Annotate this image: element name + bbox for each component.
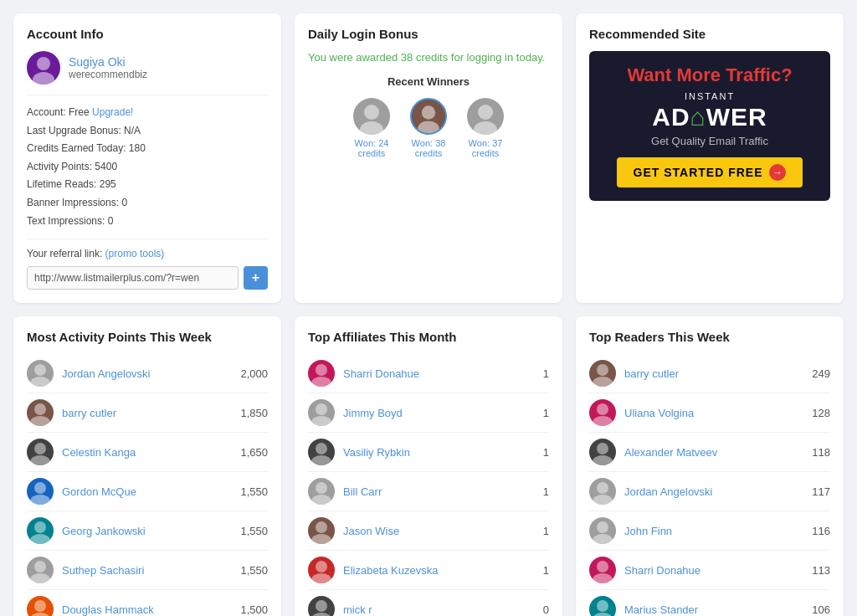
list-value: 106 — [800, 603, 830, 616]
winner-2: Won: 38credits — [410, 98, 447, 158]
list-value: 249 — [800, 367, 830, 380]
activity-points-list: Jordan Angelovski 2,000 barry cutler 1,8… — [27, 354, 268, 616]
referral-copy-button[interactable]: + — [244, 266, 268, 290]
svg-point-27 — [311, 416, 331, 426]
list-name[interactable]: Vasiliy Rybkin — [343, 446, 511, 459]
list-name[interactable]: Uliana Volgina — [624, 407, 792, 419]
svg-point-35 — [311, 573, 331, 583]
winners-row: Won: 24credits Won: 38credits Won: 37cre… — [308, 98, 549, 158]
list-item: Sharri Donahue 1 — [308, 354, 549, 393]
list-name[interactable]: barry cutler — [624, 367, 792, 380]
svg-point-31 — [311, 495, 331, 505]
account-name[interactable]: Sugiya Oki — [69, 55, 147, 69]
list-name[interactable]: Bill Carr — [343, 485, 511, 498]
list-avatar — [27, 517, 54, 544]
list-item: Jimmy Boyd 1 — [308, 393, 549, 433]
list-name[interactable]: Sharri Donahue — [343, 367, 511, 380]
list-name[interactable]: Jordan Angelovski — [624, 485, 792, 498]
list-avatar — [308, 557, 335, 583]
svg-point-11 — [30, 416, 50, 426]
svg-point-36 — [316, 600, 327, 612]
svg-point-24 — [316, 364, 327, 376]
list-name[interactable]: Douglas Hammack — [62, 603, 229, 616]
list-name[interactable]: Jordan Angelovski — [62, 367, 229, 380]
list-avatar — [308, 399, 335, 426]
activity-points-card: Most Activity Points This Week Jordan An… — [13, 316, 281, 616]
svg-point-19 — [30, 573, 50, 583]
top-affiliates-title: Top Affiliates This Month — [308, 330, 549, 344]
list-avatar — [589, 478, 616, 505]
list-name[interactable]: Jimmy Boyd — [343, 407, 511, 419]
list-avatar — [308, 439, 335, 465]
svg-point-49 — [593, 534, 613, 544]
ad-cta-button[interactable]: GET STARTED FREE → — [617, 157, 803, 187]
svg-point-40 — [597, 364, 608, 376]
list-item: Jason Wise 1 — [308, 511, 549, 551]
list-name[interactable]: Sharri Donahue — [624, 564, 792, 577]
svg-point-46 — [597, 482, 608, 494]
recommended-site-card: Recommended Site Want More Traffic? INST… — [576, 13, 844, 303]
svg-point-17 — [30, 534, 50, 544]
svg-point-32 — [316, 521, 327, 533]
list-item: Uliana Volgina 128 — [589, 393, 830, 433]
list-value: 116 — [800, 525, 830, 537]
list-value: 1,550 — [238, 525, 268, 537]
winner-1: Won: 24credits — [353, 98, 390, 158]
list-item: Gordon McQue 1,550 — [27, 472, 268, 511]
list-avatar — [308, 478, 335, 505]
account-avatar — [27, 51, 60, 85]
svg-point-10 — [34, 403, 46, 415]
list-name[interactable]: Georg Jankowski — [62, 525, 229, 537]
list-name[interactable]: mick r — [343, 603, 511, 616]
list-item: Georg Jankowski 1,550 — [27, 511, 268, 551]
top-readers-list: barry cutler 249 Uliana Volgina 128 Alex… — [589, 354, 830, 616]
top-affiliates-list: Sharri Donahue 1 Jimmy Boyd 1 Vasiliy Ry… — [308, 354, 549, 616]
ad-adpower: AD⌂WER — [599, 103, 820, 131]
referral-url-input[interactable] — [27, 266, 239, 290]
ad-arrow-icon: → — [769, 164, 786, 181]
list-item: barry cutler 1,850 — [27, 393, 268, 433]
list-value: 1 — [519, 564, 549, 577]
svg-point-2 — [364, 105, 379, 120]
bonus-message: You were awarded 38 credits for logging … — [308, 51, 549, 64]
list-name[interactable]: Suthep Sachasiri — [62, 564, 229, 577]
referral-line: Your referral link: (promo tools) — [27, 248, 268, 259]
list-avatar — [589, 399, 616, 426]
list-item: Jordan Angelovski 117 — [589, 472, 830, 511]
account-header: Sugiya Oki werecommendbiz — [27, 51, 268, 85]
ad-banner[interactable]: Want More Traffic? INSTANT AD⌂WER Get Qu… — [589, 51, 830, 201]
list-name[interactable]: Gordon McQue — [62, 485, 229, 498]
svg-point-30 — [316, 482, 327, 494]
winner-3-label: Won: 37credits — [469, 138, 503, 158]
list-name[interactable]: Marius Stander — [624, 603, 792, 616]
svg-point-51 — [593, 573, 613, 583]
svg-point-42 — [597, 403, 608, 415]
list-item: Suthep Sachasiri 1,550 — [27, 551, 268, 590]
top-readers-card: Top Readers This Week barry cutler 249 U… — [576, 316, 844, 616]
list-item: Celestin Kanga 1,650 — [27, 433, 268, 472]
winner-3: Won: 37credits — [467, 98, 504, 158]
referral-input-row: + — [27, 266, 268, 290]
list-name[interactable]: Celestin Kanga — [62, 446, 229, 459]
promo-tools-link[interactable]: (promo tools) — [105, 248, 165, 259]
list-name[interactable]: barry cutler — [62, 407, 229, 419]
list-name[interactable]: Jason Wise — [343, 525, 511, 537]
svg-point-0 — [37, 57, 50, 70]
list-avatar — [308, 517, 335, 544]
svg-point-13 — [30, 455, 50, 465]
list-item: mick r 0 — [308, 590, 549, 616]
svg-point-3 — [360, 121, 383, 135]
list-name[interactable]: Elizabeta Kuzevska — [343, 564, 511, 577]
list-avatar — [27, 399, 54, 426]
svg-point-12 — [34, 443, 46, 454]
svg-point-29 — [311, 455, 331, 465]
svg-point-5 — [418, 121, 439, 133]
svg-point-43 — [593, 416, 613, 426]
svg-point-34 — [316, 561, 327, 572]
top-affiliates-card: Top Affiliates This Month Sharri Donahue… — [295, 316, 562, 616]
winner-2-avatar — [410, 98, 447, 135]
upgrade-link[interactable]: Upgrade! — [92, 106, 133, 118]
list-value: 128 — [800, 407, 830, 419]
list-name[interactable]: Alexander Matveev — [624, 446, 792, 459]
list-name[interactable]: John Finn — [624, 525, 792, 537]
